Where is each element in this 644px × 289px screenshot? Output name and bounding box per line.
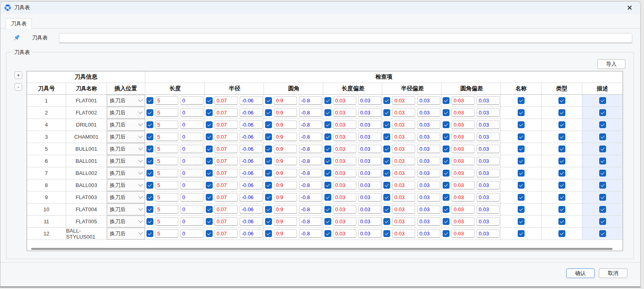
corner-tolerance-input[interactable]	[299, 145, 322, 153]
radius-value-input[interactable]	[215, 169, 238, 177]
corner-deviation-tolerance-input[interactable]	[477, 181, 500, 189]
corner-deviation-checkbox[interactable]	[443, 146, 450, 152]
description-checkbox[interactable]	[599, 218, 606, 225]
radius-tolerance-input[interactable]	[240, 181, 263, 189]
length-tolerance-input[interactable]	[180, 133, 203, 141]
corner-deviation-tolerance-input[interactable]	[477, 217, 500, 226]
radius-checkbox[interactable]	[206, 97, 213, 104]
corner-deviation-checkbox[interactable]	[443, 158, 450, 164]
radius-tolerance-input[interactable]	[240, 121, 263, 129]
length-value-input[interactable]	[155, 181, 178, 189]
radius-value-input[interactable]	[215, 96, 238, 105]
length-tolerance-input[interactable]	[180, 108, 203, 117]
length-deviation-value-input[interactable]	[333, 133, 356, 141]
radius-deviation-value-input[interactable]	[392, 157, 415, 165]
length-checkbox[interactable]	[146, 182, 153, 189]
radius-deviation-tolerance-input[interactable]	[417, 217, 440, 226]
length-tolerance-input[interactable]	[180, 229, 203, 238]
corner-checkbox[interactable]	[265, 194, 272, 201]
length-checkbox[interactable]	[146, 121, 153, 128]
corner-value-input[interactable]	[274, 96, 297, 105]
length-checkbox[interactable]	[146, 133, 153, 140]
description-checkbox[interactable]	[599, 133, 606, 140]
name-checkbox[interactable]	[518, 206, 525, 213]
corner-deviation-value-input[interactable]	[452, 96, 475, 105]
radius-tolerance-input[interactable]	[240, 193, 263, 202]
length-deviation-value-input[interactable]	[333, 157, 356, 165]
radius-deviation-tolerance-input[interactable]	[417, 121, 440, 129]
corner-deviation-tolerance-input[interactable]	[477, 96, 500, 105]
length-deviation-checkbox[interactable]	[324, 194, 331, 201]
corner-value-input[interactable]	[274, 181, 297, 189]
description-checkbox[interactable]	[599, 230, 606, 237]
corner-checkbox[interactable]	[265, 97, 272, 104]
corner-checkbox[interactable]	[265, 206, 272, 213]
description-checkbox[interactable]	[599, 170, 606, 177]
length-deviation-tolerance-input[interactable]	[358, 205, 381, 214]
name-checkbox[interactable]	[518, 218, 525, 225]
length-deviation-checkbox[interactable]	[324, 121, 331, 128]
length-value-input[interactable]	[155, 145, 178, 153]
insert-position-select[interactable]: 换刀后	[107, 167, 145, 179]
add-row-button[interactable]: +	[15, 71, 22, 79]
length-deviation-value-input[interactable]	[333, 96, 356, 105]
radius-deviation-tolerance-input[interactable]	[417, 229, 440, 238]
close-icon[interactable]	[623, 3, 636, 12]
radius-deviation-checkbox[interactable]	[383, 97, 390, 104]
description-checkbox[interactable]	[599, 206, 606, 213]
corner-tolerance-input[interactable]	[299, 108, 322, 117]
corner-deviation-value-input[interactable]	[452, 157, 475, 165]
radius-deviation-value-input[interactable]	[392, 229, 415, 238]
length-deviation-value-input[interactable]	[333, 217, 356, 226]
radius-deviation-value-input[interactable]	[392, 181, 415, 189]
corner-value-input[interactable]	[274, 229, 297, 238]
length-deviation-value-input[interactable]	[333, 121, 356, 129]
radius-deviation-checkbox[interactable]	[383, 121, 390, 128]
length-deviation-tolerance-input[interactable]	[358, 133, 381, 141]
insert-position-select[interactable]: 换刀后	[107, 119, 145, 131]
description-checkbox[interactable]	[599, 194, 606, 201]
corner-deviation-tolerance-input[interactable]	[477, 193, 500, 202]
name-checkbox[interactable]	[518, 133, 525, 140]
radius-checkbox[interactable]	[206, 230, 213, 237]
length-checkbox[interactable]	[146, 194, 153, 201]
corner-value-input[interactable]	[274, 121, 297, 129]
radius-deviation-tolerance-input[interactable]	[417, 108, 440, 117]
radius-value-input[interactable]	[215, 193, 238, 202]
type-checkbox[interactable]	[558, 133, 565, 140]
radius-checkbox[interactable]	[206, 109, 213, 116]
radius-deviation-value-input[interactable]	[392, 205, 415, 214]
horizontal-scrollbar-thumb[interactable]	[31, 248, 613, 250]
length-tolerance-input[interactable]	[180, 217, 203, 226]
type-checkbox[interactable]	[558, 182, 565, 189]
type-checkbox[interactable]	[558, 218, 565, 225]
radius-value-input[interactable]	[215, 145, 238, 153]
length-tolerance-input[interactable]	[180, 96, 203, 105]
length-tolerance-input[interactable]	[180, 145, 203, 153]
radius-deviation-tolerance-input[interactable]	[417, 181, 440, 189]
radius-checkbox[interactable]	[206, 170, 213, 177]
corner-tolerance-input[interactable]	[299, 133, 322, 141]
radius-value-input[interactable]	[215, 217, 238, 226]
description-checkbox[interactable]	[599, 121, 606, 128]
length-deviation-value-input[interactable]	[333, 229, 356, 238]
corner-checkbox[interactable]	[265, 146, 272, 152]
corner-checkbox[interactable]	[265, 230, 272, 237]
type-checkbox[interactable]	[558, 109, 565, 116]
length-deviation-value-input[interactable]	[333, 181, 356, 189]
tool-table-input[interactable]	[59, 33, 632, 43]
radius-tolerance-input[interactable]	[240, 96, 263, 105]
length-tolerance-input[interactable]	[180, 181, 203, 189]
remove-row-button[interactable]: -	[15, 83, 22, 91]
radius-tolerance-input[interactable]	[240, 205, 263, 214]
length-tolerance-input[interactable]	[180, 205, 203, 214]
length-tolerance-input[interactable]	[180, 193, 203, 202]
radius-deviation-value-input[interactable]	[392, 96, 415, 105]
corner-deviation-checkbox[interactable]	[443, 206, 450, 213]
length-deviation-checkbox[interactable]	[324, 133, 331, 140]
radius-tolerance-input[interactable]	[240, 145, 263, 153]
radius-deviation-checkbox[interactable]	[383, 133, 390, 140]
insert-position-select[interactable]: 换刀后	[107, 131, 145, 143]
corner-value-input[interactable]	[274, 205, 297, 214]
corner-deviation-tolerance-input[interactable]	[477, 229, 500, 238]
